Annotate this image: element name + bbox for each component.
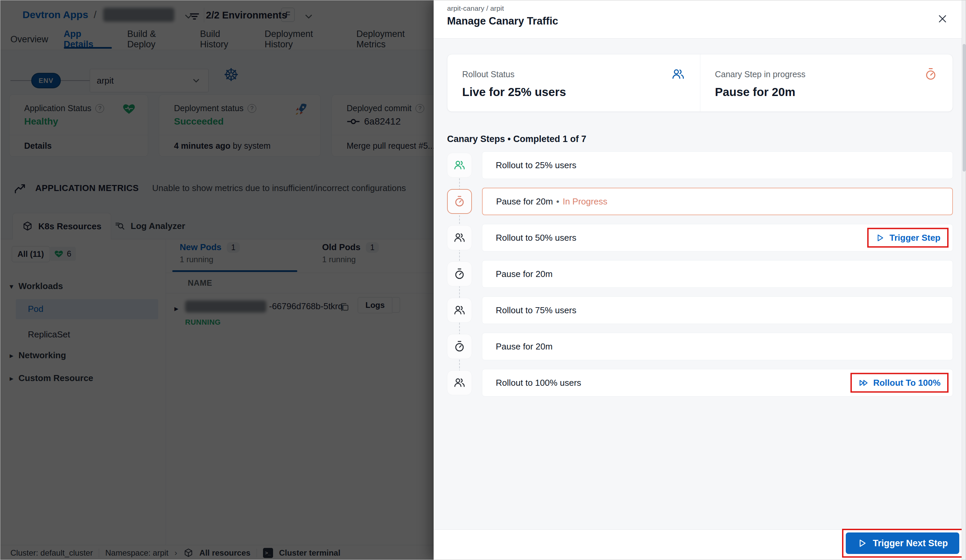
timer-icon xyxy=(924,67,938,81)
drawer-title: Manage Canary Traffic xyxy=(447,15,558,27)
step-label: Rollout to 25% users xyxy=(496,160,577,170)
timer-icon xyxy=(447,262,472,287)
close-icon[interactable] xyxy=(935,11,950,26)
canary-steps-list: Rollout to 25% users Pause for 20m • In … xyxy=(447,151,953,405)
canary-step-5: Rollout to 75% users xyxy=(447,296,953,324)
trigger-next-step-label: Trigger Next Step xyxy=(872,538,948,549)
step-label: Pause for 20m xyxy=(496,269,552,279)
trigger-step-annotation-box: Trigger Step xyxy=(867,228,948,248)
step-card: Pause for 20m • In Progress xyxy=(482,188,953,215)
drawer-header: arpit-canary / arpit Manage Canary Traff… xyxy=(434,0,966,39)
canary-step-2: Pause for 20m • In Progress xyxy=(447,188,953,215)
play-icon xyxy=(875,233,885,242)
step-label: Rollout to 100% users xyxy=(496,378,581,388)
rollout-status-label: Rollout Status xyxy=(462,69,514,79)
step-card: Pause for 20m xyxy=(482,260,953,288)
users-icon xyxy=(671,67,685,81)
rollout-to-100-button[interactable]: Rollout To 100% xyxy=(859,378,940,388)
play-icon xyxy=(857,538,867,548)
scrollbar-thumb[interactable] xyxy=(963,44,966,172)
canary-step-6: Pause for 20m xyxy=(447,333,953,360)
trigger-step-button[interactable]: Trigger Step xyxy=(875,233,940,243)
step-status-in-progress: In Progress xyxy=(563,196,607,207)
rollout-to-100-label: Rollout To 100% xyxy=(873,378,940,388)
fast-forward-icon xyxy=(859,378,869,388)
step-card: Pause for 20m xyxy=(482,333,953,360)
step-card: Rollout to 75% users xyxy=(482,296,953,324)
drawer-breadcrumb: arpit-canary / arpit xyxy=(447,4,504,12)
rollout-100-annotation-box: Rollout To 100% xyxy=(851,373,948,393)
manage-canary-traffic-drawer: arpit-canary / arpit Manage Canary Traff… xyxy=(434,0,966,560)
canary-step-label: Canary Step in progress xyxy=(715,69,806,79)
step-label: Pause for 20m xyxy=(496,196,553,207)
canary-step-4: Pause for 20m xyxy=(447,260,953,288)
canary-steps-heading: Canary Steps • Completed 1 of 7 xyxy=(447,134,586,144)
step-card: Rollout to 25% users xyxy=(482,151,953,179)
modal-dim-overlay[interactable] xyxy=(0,0,434,560)
canary-step-section: Canary Step in progress Pause for 20m xyxy=(700,54,953,111)
canary-summary-card: Rollout Status Live for 25% users Canary… xyxy=(447,54,953,112)
trigger-next-step-button[interactable]: Trigger Next Step xyxy=(846,532,959,554)
scrollbar-track[interactable] xyxy=(962,0,966,560)
step-label: Rollout to 75% users xyxy=(496,305,577,316)
step-card: Rollout to 100% users Rollout To 100% xyxy=(482,369,953,396)
users-icon xyxy=(447,298,472,323)
canary-step-value: Pause for 20m xyxy=(715,85,938,99)
users-icon xyxy=(447,153,472,178)
canary-step-3: Rollout to 50% users Trigger Step xyxy=(447,224,953,251)
timer-icon xyxy=(447,334,472,359)
step-label: Rollout to 50% users xyxy=(496,233,577,243)
canary-step-7: Rollout to 100% users Rollout To 100% xyxy=(447,369,953,396)
step-status-separator: • xyxy=(556,196,559,207)
trigger-next-step-annotation-box: Trigger Next Step xyxy=(842,529,963,558)
trigger-step-label: Trigger Step xyxy=(889,233,940,243)
users-icon xyxy=(447,225,472,250)
canary-step-1: Rollout to 25% users xyxy=(447,151,953,179)
rollout-status-section: Rollout Status Live for 25% users xyxy=(447,54,700,111)
step-card: Rollout to 50% users Trigger Step xyxy=(482,224,953,251)
timer-icon xyxy=(447,189,472,214)
step-label: Pause for 20m xyxy=(496,341,552,352)
drawer-footer: Trigger Next Step xyxy=(434,529,966,560)
users-icon xyxy=(447,370,472,395)
rollout-status-value: Live for 25% users xyxy=(462,85,685,99)
